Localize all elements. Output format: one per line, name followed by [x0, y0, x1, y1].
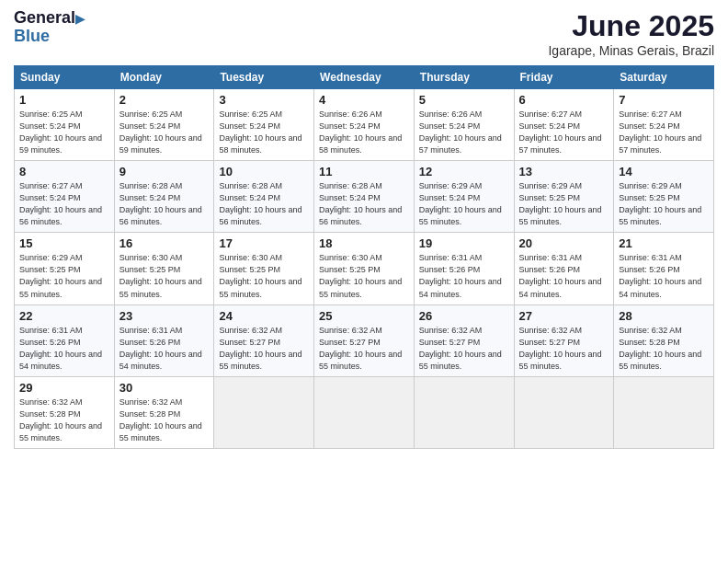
- day-number: 13: [519, 165, 609, 178]
- table-row: 30Sunrise: 6:32 AMSunset: 5:28 PMDayligh…: [114, 376, 214, 448]
- table-row: 2Sunrise: 6:25 AMSunset: 5:24 PMDaylight…: [114, 89, 214, 161]
- cell-info: Sunrise: 6:32 AMSunset: 5:28 PMDaylight:…: [619, 325, 709, 373]
- day-number: 24: [219, 309, 309, 323]
- col-monday: Monday: [114, 66, 214, 89]
- table-row: [414, 376, 514, 448]
- col-saturday: Saturday: [614, 66, 714, 89]
- table-row: 26Sunrise: 6:32 AMSunset: 5:27 PMDayligh…: [414, 304, 514, 376]
- table-row: 22Sunrise: 6:31 AMSunset: 5:26 PMDayligh…: [15, 304, 115, 376]
- table-row: 27Sunrise: 6:32 AMSunset: 5:27 PMDayligh…: [514, 304, 614, 376]
- cell-info: Sunrise: 6:32 AMSunset: 5:27 PMDaylight:…: [519, 325, 609, 373]
- location: Igarape, Minas Gerais, Brazil: [548, 43, 714, 58]
- cell-info: Sunrise: 6:27 AMSunset: 5:24 PMDaylight:…: [619, 109, 709, 156]
- header: General▶ Blue June 2025 Igarape, Minas G…: [14, 9, 714, 58]
- month-title: June 2025: [548, 9, 714, 43]
- table-row: 19Sunrise: 6:31 AMSunset: 5:26 PMDayligh…: [414, 233, 514, 304]
- logo-blue-text: Blue: [14, 28, 85, 44]
- day-number: 10: [219, 165, 309, 178]
- table-row: 15Sunrise: 6:29 AMSunset: 5:25 PMDayligh…: [15, 233, 115, 304]
- day-number: 2: [119, 93, 210, 107]
- cell-info: Sunrise: 6:30 AMSunset: 5:25 PMDaylight:…: [319, 252, 409, 300]
- table-row: 24Sunrise: 6:32 AMSunset: 5:27 PMDayligh…: [214, 304, 314, 376]
- calendar-table: Sunday Monday Tuesday Wednesday Thursday…: [14, 65, 714, 449]
- cell-info: Sunrise: 6:31 AMSunset: 5:26 PMDaylight:…: [119, 325, 210, 373]
- logo-blue: ▶: [75, 12, 85, 26]
- cell-info: Sunrise: 6:27 AMSunset: 5:24 PMDaylight:…: [19, 180, 109, 228]
- day-number: 8: [19, 165, 109, 178]
- cell-info: Sunrise: 6:30 AMSunset: 5:25 PMDaylight:…: [219, 252, 309, 300]
- calendar-week-row: 15Sunrise: 6:29 AMSunset: 5:25 PMDayligh…: [15, 233, 714, 304]
- col-friday: Friday: [514, 66, 614, 89]
- cell-info: Sunrise: 6:29 AMSunset: 5:25 PMDaylight:…: [19, 252, 109, 300]
- table-row: [614, 376, 714, 448]
- cell-info: Sunrise: 6:25 AMSunset: 5:24 PMDaylight:…: [219, 109, 309, 156]
- day-number: 25: [319, 309, 409, 323]
- cell-info: Sunrise: 6:32 AMSunset: 5:28 PMDaylight:…: [119, 396, 210, 444]
- table-row: 3Sunrise: 6:25 AMSunset: 5:24 PMDaylight…: [214, 89, 314, 161]
- day-number: 29: [19, 381, 109, 395]
- day-number: 5: [419, 93, 509, 107]
- logo-text: General▶ Blue: [14, 9, 85, 44]
- day-number: 21: [619, 236, 709, 250]
- cell-info: Sunrise: 6:28 AMSunset: 5:24 PMDaylight:…: [319, 180, 409, 228]
- table-row: 18Sunrise: 6:30 AMSunset: 5:25 PMDayligh…: [314, 233, 415, 304]
- table-row: 16Sunrise: 6:30 AMSunset: 5:25 PMDayligh…: [114, 233, 214, 304]
- day-number: 1: [19, 93, 109, 107]
- cell-info: Sunrise: 6:31 AMSunset: 5:26 PMDaylight:…: [419, 252, 509, 300]
- col-wednesday: Wednesday: [314, 66, 415, 89]
- day-number: 15: [19, 236, 109, 250]
- cell-info: Sunrise: 6:29 AMSunset: 5:25 PMDaylight:…: [519, 180, 609, 228]
- cell-info: Sunrise: 6:27 AMSunset: 5:24 PMDaylight:…: [519, 109, 609, 156]
- cell-info: Sunrise: 6:30 AMSunset: 5:25 PMDaylight:…: [119, 252, 210, 300]
- calendar-week-row: 1Sunrise: 6:25 AMSunset: 5:24 PMDaylight…: [15, 89, 714, 161]
- col-tuesday: Tuesday: [214, 66, 314, 89]
- table-row: 13Sunrise: 6:29 AMSunset: 5:25 PMDayligh…: [514, 161, 614, 233]
- table-row: 7Sunrise: 6:27 AMSunset: 5:24 PMDaylight…: [614, 89, 714, 161]
- cell-info: Sunrise: 6:31 AMSunset: 5:26 PMDaylight:…: [19, 325, 109, 373]
- day-number: 3: [219, 93, 309, 107]
- table-row: 4Sunrise: 6:26 AMSunset: 5:24 PMDaylight…: [314, 89, 415, 161]
- table-row: 1Sunrise: 6:25 AMSunset: 5:24 PMDaylight…: [15, 89, 115, 161]
- col-sunday: Sunday: [15, 66, 115, 89]
- table-row: 21Sunrise: 6:31 AMSunset: 5:26 PMDayligh…: [614, 233, 714, 304]
- calendar-week-row: 22Sunrise: 6:31 AMSunset: 5:26 PMDayligh…: [15, 304, 714, 376]
- table-row: [214, 376, 314, 448]
- title-block: June 2025 Igarape, Minas Gerais, Brazil: [548, 9, 714, 58]
- table-row: 12Sunrise: 6:29 AMSunset: 5:24 PMDayligh…: [414, 161, 514, 233]
- logo: General▶ Blue: [14, 9, 85, 44]
- day-number: 23: [119, 309, 210, 323]
- calendar-week-row: 8Sunrise: 6:27 AMSunset: 5:24 PMDaylight…: [15, 161, 714, 233]
- day-number: 26: [419, 309, 509, 323]
- table-row: 28Sunrise: 6:32 AMSunset: 5:28 PMDayligh…: [614, 304, 714, 376]
- day-number: 16: [119, 236, 210, 250]
- table-row: 9Sunrise: 6:28 AMSunset: 5:24 PMDaylight…: [114, 161, 214, 233]
- cell-info: Sunrise: 6:28 AMSunset: 5:24 PMDaylight:…: [119, 180, 210, 228]
- day-number: 9: [119, 165, 210, 178]
- day-number: 14: [619, 165, 709, 178]
- cell-info: Sunrise: 6:32 AMSunset: 5:28 PMDaylight:…: [19, 396, 109, 444]
- table-row: 6Sunrise: 6:27 AMSunset: 5:24 PMDaylight…: [514, 89, 614, 161]
- day-number: 4: [319, 93, 409, 107]
- page: General▶ Blue June 2025 Igarape, Minas G…: [0, 0, 728, 563]
- table-row: 5Sunrise: 6:26 AMSunset: 5:24 PMDaylight…: [414, 89, 514, 161]
- table-row: 14Sunrise: 6:29 AMSunset: 5:25 PMDayligh…: [614, 161, 714, 233]
- day-number: 7: [619, 93, 709, 107]
- cell-info: Sunrise: 6:26 AMSunset: 5:24 PMDaylight:…: [419, 109, 509, 156]
- cell-info: Sunrise: 6:29 AMSunset: 5:24 PMDaylight:…: [419, 180, 509, 228]
- table-row: 17Sunrise: 6:30 AMSunset: 5:25 PMDayligh…: [214, 233, 314, 304]
- day-number: 20: [519, 236, 609, 250]
- day-number: 30: [119, 381, 210, 395]
- cell-info: Sunrise: 6:31 AMSunset: 5:26 PMDaylight:…: [619, 252, 709, 300]
- table-row: 11Sunrise: 6:28 AMSunset: 5:24 PMDayligh…: [314, 161, 415, 233]
- calendar-header-row: Sunday Monday Tuesday Wednesday Thursday…: [15, 66, 714, 89]
- day-number: 27: [519, 309, 609, 323]
- cell-info: Sunrise: 6:29 AMSunset: 5:25 PMDaylight:…: [619, 180, 709, 228]
- col-thursday: Thursday: [414, 66, 514, 89]
- table-row: 29Sunrise: 6:32 AMSunset: 5:28 PMDayligh…: [15, 376, 115, 448]
- table-row: 25Sunrise: 6:32 AMSunset: 5:27 PMDayligh…: [314, 304, 415, 376]
- cell-info: Sunrise: 6:25 AMSunset: 5:24 PMDaylight:…: [119, 109, 210, 156]
- day-number: 28: [619, 309, 709, 323]
- cell-info: Sunrise: 6:28 AMSunset: 5:24 PMDaylight:…: [219, 180, 309, 228]
- cell-info: Sunrise: 6:32 AMSunset: 5:27 PMDaylight:…: [219, 325, 309, 373]
- table-row: 10Sunrise: 6:28 AMSunset: 5:24 PMDayligh…: [214, 161, 314, 233]
